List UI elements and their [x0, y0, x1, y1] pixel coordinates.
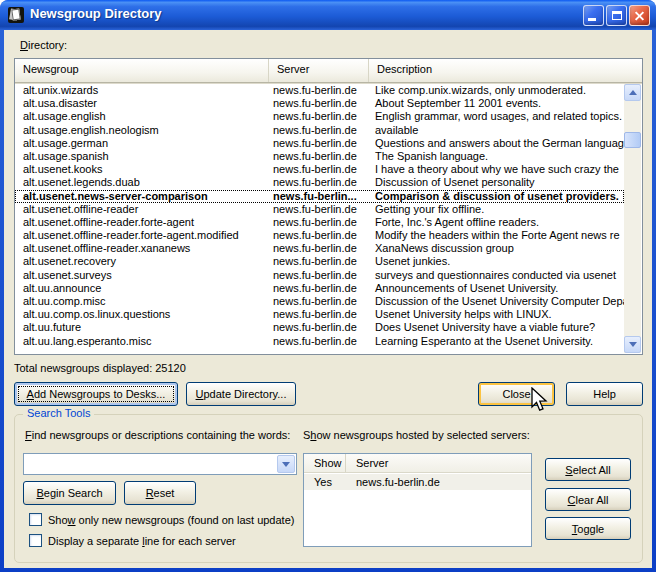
- close-window-button[interactable]: [629, 5, 650, 26]
- column-header-show[interactable]: Show: [304, 454, 346, 472]
- table-row[interactable]: alt.uu.future news.fu-berlin.de Does Use…: [15, 321, 624, 334]
- cell-newsgroup: alt.usage.english.neologism: [15, 124, 269, 137]
- cell-description: About September 11 2001 events.: [369, 97, 624, 110]
- cell-server: news.fu-berlin.de: [269, 295, 369, 308]
- newsgroup-app-icon[interactable]: [8, 7, 24, 23]
- cell-newsgroup: alt.usage.spanish: [15, 150, 269, 163]
- table-header-row: Newsgroup Server Description: [15, 59, 642, 83]
- search-words-input[interactable]: [24, 454, 276, 474]
- select-all-button[interactable]: Select All: [545, 458, 631, 481]
- cell-description: Does Usenet University have a viable fut…: [369, 321, 624, 334]
- table-row[interactable]: alt.uu.lang.esperanto.misc news.fu-berli…: [15, 335, 624, 348]
- title-bar[interactable]: Newsgroup Directory: [0, 0, 656, 30]
- close-button[interactable]: Close: [478, 382, 555, 406]
- cell-server: news.fu-berlin.de: [269, 163, 369, 176]
- cell-description: Comparison & discussion of usenet provid…: [369, 190, 624, 203]
- cell-newsgroup: alt.usenet.recovery: [15, 255, 269, 268]
- vertical-scrollbar[interactable]: [624, 84, 641, 353]
- clear-all-button[interactable]: Clear All: [545, 488, 631, 511]
- table-row[interactable]: alt.usenet.recovery news.fu-berlin.de Us…: [15, 255, 624, 268]
- table-row[interactable]: alt.usage.german news.fu-berlin.de Quest…: [15, 137, 624, 150]
- help-button[interactable]: Help: [566, 382, 643, 406]
- scrollbar-thumb[interactable]: [624, 132, 641, 148]
- search-words-combobox: [23, 453, 297, 475]
- cell-server: news.fu-berlin.de: [269, 242, 369, 255]
- cell-newsgroup: alt.usenet.offline-reader.forte-agent.mo…: [15, 229, 269, 242]
- cell-newsgroup: alt.uu.comp.os.linux.questions: [15, 308, 269, 321]
- cell-server: news.fu-berlin.de: [269, 124, 369, 137]
- cell-newsgroup: alt.usage.german: [15, 137, 269, 150]
- column-header-newsgroup[interactable]: Newsgroup: [15, 59, 269, 82]
- cell-description: Discussion of the Usenet University Comp…: [369, 295, 624, 308]
- maximize-button[interactable]: [606, 5, 627, 26]
- table-row[interactable]: alt.usenet.surveys news.fu-berlin.de sur…: [15, 269, 624, 282]
- column-header-description[interactable]: Description: [369, 59, 642, 82]
- table-row[interactable]: alt.usenet.offline-reader.xananews news.…: [15, 242, 624, 255]
- column-header-server[interactable]: Server: [269, 59, 369, 82]
- minimize-icon: [588, 18, 596, 21]
- window-title: Newsgroup Directory: [30, 6, 161, 21]
- toggle-button[interactable]: Toggle: [545, 517, 631, 540]
- table-row[interactable]: alt.uu.comp.misc news.fu-berlin.de Discu…: [15, 295, 624, 308]
- cell-description: available: [369, 124, 624, 137]
- table-row[interactable]: alt.usa.disaster news.fu-berlin.de About…: [15, 97, 624, 110]
- add-newsgroups-button[interactable]: Add Newsgroups to Desks...: [14, 382, 178, 406]
- newsgroup-list: alt.unix.wizards news.fu-berlin.de Like …: [15, 84, 624, 354]
- table-row[interactable]: alt.usenet.kooks news.fu-berlin.de I hav…: [15, 163, 624, 176]
- show-only-new-checkbox[interactable]: Show only new newsgroups (found on last …: [29, 513, 294, 526]
- column-header-server[interactable]: Server: [346, 454, 531, 472]
- servers-listview: Show Server Yes news.fu-berlin.de: [303, 453, 532, 547]
- table-row[interactable]: alt.usenet.offline-reader.forte-agent.mo…: [15, 229, 624, 242]
- cell-server: news.fu-berlin.de: [269, 321, 369, 334]
- search-tools-title: Search Tools: [23, 407, 94, 419]
- server-row[interactable]: Yes news.fu-berlin.de: [304, 474, 531, 490]
- table-row[interactable]: alt.usage.english news.fu-berlin.de Engl…: [15, 110, 624, 123]
- cell-description: XanaNews discussion group: [369, 242, 624, 255]
- cell-description: English grammar, word usages, and relate…: [369, 110, 624, 123]
- table-row[interactable]: alt.usenet.legends.duab news.fu-berlin.d…: [15, 176, 624, 189]
- cell-server: news.fu-berlin...: [269, 190, 369, 203]
- table-row[interactable]: alt.usenet.news-server-comparison news.f…: [15, 190, 624, 203]
- cell-newsgroup: alt.usenet.kooks: [15, 163, 269, 176]
- scroll-down-button[interactable]: [624, 336, 641, 353]
- close-icon: [630, 6, 649, 25]
- separate-line-checkbox[interactable]: Display a separate line for each server: [29, 534, 236, 547]
- minimize-button[interactable]: [583, 5, 604, 26]
- cell-description: I have a theory about why we have such c…: [369, 163, 624, 176]
- cell-newsgroup: alt.uu.lang.esperanto.misc: [15, 335, 269, 348]
- cell-newsgroup: alt.uu.comp.misc: [15, 295, 269, 308]
- table-row[interactable]: alt.uu.announce news.fu-berlin.de Announ…: [15, 282, 624, 295]
- table-row[interactable]: alt.usage.english.neologism news.fu-berl…: [15, 124, 624, 137]
- cell-newsgroup: alt.usenet.offline-reader.xananews: [15, 242, 269, 255]
- cell-server: news.fu-berlin.de: [269, 255, 369, 268]
- table-row[interactable]: alt.usenet.offline-reader news.fu-berlin…: [15, 203, 624, 216]
- cell-server: news.fu-berlin.de: [269, 203, 369, 216]
- cell-description: Usenet junkies.: [369, 255, 624, 268]
- servers-header-row: Show Server: [304, 454, 531, 473]
- cell-newsgroup: alt.usenet.offline-reader: [15, 203, 269, 216]
- scroll-up-button[interactable]: [624, 84, 641, 101]
- hosted-servers-label: Show newsgroups hosted by selected serve…: [303, 429, 530, 441]
- cell-newsgroup: alt.usa.disaster: [15, 97, 269, 110]
- table-row[interactable]: alt.uu.comp.os.linux.questions news.fu-b…: [15, 308, 624, 321]
- begin-search-button[interactable]: Begin Search: [23, 481, 116, 505]
- table-row[interactable]: alt.unix.wizards news.fu-berlin.de Like …: [15, 84, 624, 97]
- search-tools-group: Search Tools Find newsgroups or descript…: [14, 414, 643, 563]
- maximize-icon: [612, 11, 622, 20]
- find-words-label: Find newsgroups or descriptions containi…: [25, 429, 290, 441]
- table-row[interactable]: alt.usage.spanish news.fu-berlin.de The …: [15, 150, 624, 163]
- cell-server: news.fu-berlin.de: [269, 150, 369, 163]
- cell-server: news.fu-berlin.de: [269, 269, 369, 282]
- combo-dropdown-button[interactable]: [277, 455, 295, 473]
- reset-button[interactable]: Reset: [124, 481, 196, 505]
- total-newsgroups-label: Total newsgroups displayed: 25120: [14, 362, 186, 374]
- cell-description: Forte, Inc.'s Agent offline readers.: [369, 216, 624, 229]
- update-directory-button[interactable]: Update Directory...: [186, 382, 296, 406]
- cell-description: Questions and answers about the German l…: [369, 137, 624, 150]
- cell-description: Discussion of Usenet personality: [369, 176, 624, 189]
- cell-newsgroup: alt.usenet.offline-reader.forte-agent: [15, 216, 269, 229]
- arrow-up-icon: [629, 90, 637, 95]
- cell-description: Usenet University helps with LINUX.: [369, 308, 624, 321]
- cell-description: Modify the headers within the Forte Agen…: [369, 229, 624, 242]
- table-row[interactable]: alt.usenet.offline-reader.forte-agent ne…: [15, 216, 624, 229]
